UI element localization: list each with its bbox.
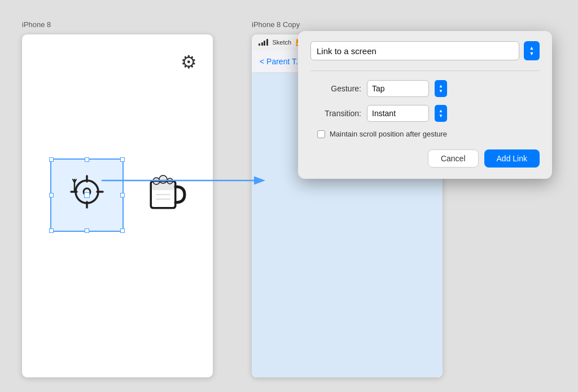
handle-bl[interactable]	[49, 228, 54, 233]
handle-tm[interactable]	[85, 157, 89, 162]
transition-value: Instant	[372, 109, 396, 118]
chevron-down-icon: ▼	[439, 89, 443, 94]
handle-br[interactable]	[120, 228, 125, 233]
chevron-up-icon: ▲	[529, 46, 535, 51]
svg-point-14	[159, 175, 167, 183]
handle-mr[interactable]	[120, 193, 125, 197]
transition-stepper[interactable]: ▲ ▼	[435, 105, 447, 122]
chevron-down-icon: ▼	[439, 114, 443, 118]
chevron-up-icon: ▲	[439, 84, 443, 89]
app-name: Sketch	[273, 39, 292, 46]
divider	[310, 71, 540, 71]
dialog-title-row: ▲ ▼	[310, 41, 540, 60]
scroll-position-checkbox[interactable]	[317, 130, 325, 138]
gesture-label: Gesture:	[310, 84, 361, 93]
transition-select[interactable]: Instant	[367, 105, 429, 122]
handle-tl[interactable]	[49, 157, 54, 162]
add-link-button[interactable]: Add Link	[484, 149, 540, 168]
link-to-screen-input[interactable]	[310, 41, 519, 60]
transition-label: Transition:	[310, 109, 361, 118]
signal-bars	[259, 39, 268, 46]
handle-tr[interactable]	[120, 157, 125, 162]
svg-point-1	[84, 188, 90, 195]
iphone8-label: iPhone 8	[22, 20, 51, 29]
cancel-button[interactable]: Cancel	[428, 149, 479, 168]
beer-icon	[146, 170, 189, 222]
gesture-stepper[interactable]: ▲ ▼	[435, 80, 447, 97]
selected-food-icon[interactable]	[50, 158, 124, 232]
handle-bm[interactable]	[85, 228, 89, 233]
link-dialog: ▲ ▼ Gesture: Tap ▲ ▼ Transition: Instant…	[298, 31, 552, 179]
food-icon	[67, 171, 107, 219]
scroll-position-label: Maintain scroll position after gesture	[330, 130, 447, 138]
chevron-up-icon: ▲	[439, 109, 443, 113]
handle-ml[interactable]	[49, 193, 54, 197]
iphone8-frame: iPhone 8 ⚙	[21, 34, 213, 378]
gear-icon: ⚙	[181, 51, 197, 73]
iphone8-inner: ⚙	[22, 34, 213, 377]
link-stepper-button[interactable]: ▲ ▼	[524, 41, 540, 60]
dialog-buttons: Cancel Add Link	[310, 149, 540, 168]
transition-row: Transition: Instant ▲ ▼	[310, 105, 540, 122]
back-button[interactable]: < Parent T...	[260, 57, 303, 66]
gesture-value: Tap	[372, 84, 385, 93]
gesture-select[interactable]: Tap	[367, 80, 429, 97]
gesture-row: Gesture: Tap ▲ ▼	[310, 80, 540, 97]
chevron-down-icon: ▼	[529, 51, 535, 56]
canvas: iPhone 8 ⚙	[0, 0, 578, 392]
svg-point-0	[76, 180, 98, 203]
checkbox-row: Maintain scroll position after gesture	[310, 130, 540, 138]
iphone8copy-label: iPhone 8 Copy	[252, 20, 300, 29]
